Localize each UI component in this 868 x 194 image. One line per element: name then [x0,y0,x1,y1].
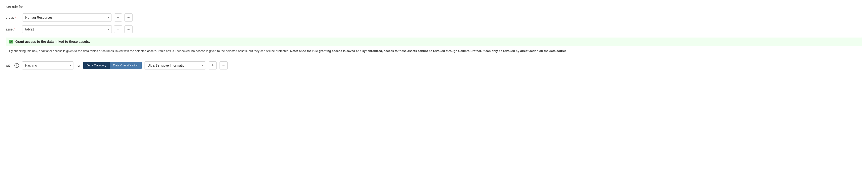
tab-group: Data Category Data Classification [83,62,142,69]
grant-access-checkbox[interactable] [9,40,13,44]
classification-remove-button[interactable]: − [220,61,227,70]
required-star-group: * [14,16,16,19]
asset-select[interactable]: table1 table2 table3 [22,25,112,33]
classification-select-wrapper: Ultra Sensitive Information Sensitive In… [145,61,206,70]
group-add-button[interactable]: + [114,13,122,22]
asset-remove-button[interactable]: − [124,25,132,33]
bottom-row: with i Hashing Masking Encryption ▾ for … [6,61,862,70]
group-row: group* Human Resources Finance Engineeri… [6,13,862,22]
grant-access-label: Grant access to the data linked to these… [15,40,90,44]
group-remove-button[interactable]: − [124,13,132,22]
required-star-asset: * [14,27,15,31]
data-classification-tab[interactable]: Data Classification [110,62,142,69]
group-label: group* [6,16,20,19]
asset-select-wrapper: table1 table2 table3 ▾ [22,25,112,33]
grant-access-desc-text: By checking this box, additional access … [9,49,290,53]
info-icon: i [14,63,19,68]
for-label: for [76,63,81,67]
classification-select[interactable]: Ultra Sensitive Information Sensitive In… [145,61,206,70]
set-rule-title: Set rule for [6,5,862,9]
hashing-select[interactable]: Hashing Masking Encryption [22,61,74,70]
grant-access-section: Grant access to the data linked to these… [6,37,862,57]
grant-access-bold-note: Note: once the rule granting access is s… [290,49,567,53]
asset-label-text: asset [6,27,13,31]
grant-access-description: By checking this box, additional access … [6,46,862,57]
data-category-tab[interactable]: Data Category [83,62,110,69]
asset-row: asset* table1 table2 table3 ▾ + − [6,25,862,33]
grant-access-header: Grant access to the data linked to these… [6,37,862,46]
group-select-wrapper: Human Resources Finance Engineering Mark… [22,13,112,22]
hashing-select-wrapper: Hashing Masking Encryption ▾ [22,61,74,70]
group-label-text: group [6,16,14,19]
asset-label: asset* [6,27,20,31]
group-select[interactable]: Human Resources Finance Engineering Mark… [22,13,112,22]
asset-add-button[interactable]: + [114,25,122,33]
with-label: with [6,63,11,67]
classification-add-button[interactable]: + [209,61,217,70]
